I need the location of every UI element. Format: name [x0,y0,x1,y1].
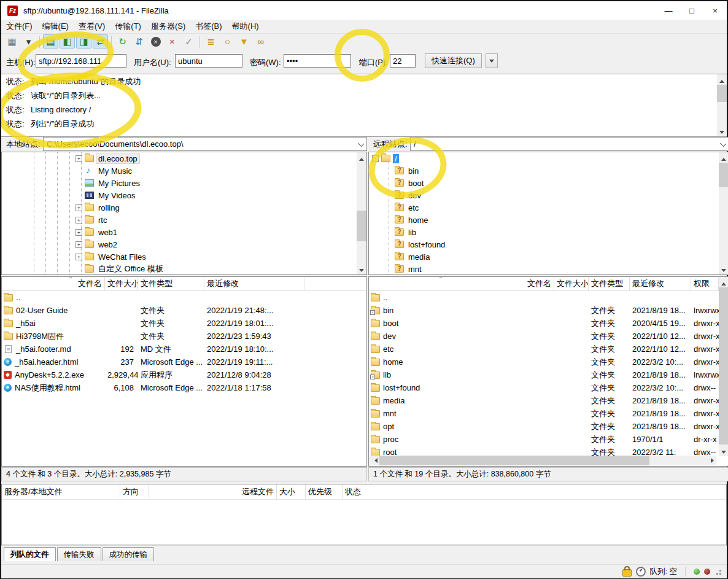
site-manager-dropdown[interactable]: ▾ [21,34,36,49]
column-header[interactable]: 文件名 [369,277,554,290]
file-row[interactable]: AnyDesk+5.2.2.exe 2,929,448 应用程序 2021/12… [2,368,366,381]
remote-tree-item[interactable]: lost+found [369,238,728,251]
file-row[interactable]: lib 文件夹 2021/8/19 18... lrwxrwx [369,368,719,381]
file-row[interactable]: lost+found 文件夹 2022/3/2 10:... drwx-- [369,381,719,394]
scroll-down-icon[interactable] [719,265,728,274]
queue-tab[interactable]: 列队的文件 [4,547,56,561]
tree-expander-icon[interactable]: + [76,155,82,162]
cancel-operation-button[interactable]: × [148,34,163,49]
tree-expander-icon[interactable]: + [76,229,82,236]
file-row[interactable]: .. [369,291,719,304]
synchronized-browsing-button[interactable]: ○ [220,34,235,49]
site-manager-button[interactable]: ▦ [4,34,20,49]
remote-horizontal-scrollbar[interactable] [369,456,716,465]
toggle-local-tree-button[interactable]: ◧ [60,34,75,49]
column-header[interactable]: 文件类型 [589,277,630,290]
file-row[interactable]: proc 文件夹 1970/1/1 dr-xr-x [369,433,719,446]
username-input[interactable] [175,54,242,68]
file-row[interactable]: etc 文件夹 2022/1/10 12... drwxr-x [369,343,719,356]
directory-comparison-button[interactable]: ≣ [203,34,219,49]
column-header[interactable]: 文件类型 [138,277,204,290]
file-row[interactable]: NAS使用教程.html 6,108 Microsoft Edge ... 20… [2,381,366,394]
scrollbar-thumb[interactable] [719,287,728,445]
local-tree-item[interactable]: + WeChat Files [2,251,366,263]
scroll-up-icon[interactable] [719,277,728,287]
tree-expander-icon[interactable]: - [372,155,379,162]
queue-tab[interactable]: 传输失败 [57,547,101,561]
toggle-remote-tree-button[interactable]: ◨ [76,34,91,49]
column-header[interactable]: 文件名 [2,277,105,290]
column-header[interactable]: 远程文件 [149,484,277,499]
column-header[interactable]: 状态 [343,484,726,499]
local-tree-item[interactable]: My Videos [2,189,366,201]
host-input[interactable] [36,54,126,68]
scroll-up-icon[interactable] [719,152,728,162]
scrollbar-thumb[interactable] [379,456,649,465]
tree-expander-icon[interactable]: + [76,204,82,211]
menu-item[interactable]: 帮助(H) [227,21,264,32]
password-input[interactable] [284,54,351,68]
menu-item[interactable]: 书签(B) [190,21,227,32]
reconnect-button[interactable]: ✓ [181,34,196,49]
column-header[interactable]: 方向 [120,484,149,499]
file-row[interactable]: mnt 文件夹 2021/8/19 18... drwxr-x [369,407,719,420]
file-row[interactable]: opt 文件夹 2021/8/19 18... drwxr-x [369,420,719,433]
menu-item[interactable]: 文件(F) [1,21,37,32]
scrollbar-thumb[interactable] [719,163,728,187]
port-input[interactable] [390,54,416,68]
remote-tree-item[interactable]: home [369,214,728,226]
scroll-down-icon[interactable] [357,265,366,274]
toggle-transfer-queue-button[interactable]: ⇄ [93,34,108,49]
tree-expander-icon[interactable]: + [76,217,82,223]
column-header[interactable]: 权限 [691,277,719,290]
minimize-button[interactable]: — [657,1,680,20]
local-tree-item[interactable]: + rtc [2,214,366,226]
local-tree-item[interactable]: + web2 [2,238,366,251]
menu-item[interactable]: 传输(T) [110,21,146,32]
maximize-button[interactable]: □ [680,1,703,20]
file-row[interactable]: media 文件夹 2021/8/19 18... drwxr-x [369,394,719,407]
log-scrollbar[interactable] [717,74,727,136]
remote-tree-item[interactable]: boot [369,177,728,189]
local-tree-scrollbar[interactable] [357,152,366,274]
process-queue-button[interactable]: ⇵ [131,34,147,49]
file-row[interactable]: boot 文件夹 2020/4/15 19... drwxr-x [369,317,719,330]
column-header[interactable]: 最近修改 [204,277,304,290]
remote-tree-item[interactable]: mnt [369,263,728,275]
quickconnect-button[interactable]: 快速连接(Q) [425,53,482,68]
scrollbar-thumb[interactable] [357,211,366,241]
refresh-button[interactable]: ↻ [115,34,130,49]
local-tree-item[interactable]: + rolling [2,201,366,214]
file-row[interactable]: _h5ai 文件夹 2022/1/19 18:01:... [2,317,366,330]
local-tree-item[interactable]: + web1 [2,226,366,238]
file-row[interactable]: .. [2,291,366,304]
scroll-right-icon[interactable] [707,456,716,465]
local-tree-item[interactable]: My Music [2,165,366,177]
tree-expander-icon[interactable]: + [76,254,82,260]
remote-list-scrollbar[interactable] [719,277,728,456]
remote-tree-item[interactable]: dev [369,189,728,201]
queue-tab[interactable]: 成功的传输 [103,547,155,561]
remote-site-combo[interactable]: / [410,137,728,151]
remote-tree-item[interactable]: - / [369,152,728,165]
resize-grip[interactable] [714,568,722,575]
remote-tree-item[interactable]: bin [369,165,728,177]
column-header[interactable]: 优先级 [306,484,343,499]
remote-tree-item[interactable]: media [369,251,728,263]
speed-limit-icon[interactable] [636,567,646,577]
menu-item[interactable]: 查看(V) [74,21,110,32]
scroll-down-icon[interactable] [717,126,727,136]
menu-item[interactable]: 编辑(E) [37,21,74,32]
scroll-up-icon[interactable] [717,74,727,84]
column-header[interactable]: 最近修改 [630,277,691,290]
remote-tree-item[interactable]: lib [369,226,728,238]
menu-item[interactable]: 服务器(S) [146,21,190,32]
directory-listing-filters-button[interactable]: ▼ [236,34,252,49]
remote-tree-scrollbar[interactable] [719,152,728,274]
close-button[interactable]: × [703,1,727,20]
file-row[interactable]: Hi3798M固件 文件夹 2022/1/23 1:59:43 [2,330,366,343]
local-tree-item[interactable]: + dl.ecoo.top [2,152,366,165]
scroll-up-icon[interactable] [357,152,366,162]
file-row[interactable]: bin 文件夹 2021/8/19 18... lrwxrwx [369,304,719,317]
tree-expander-icon[interactable]: + [76,241,82,248]
